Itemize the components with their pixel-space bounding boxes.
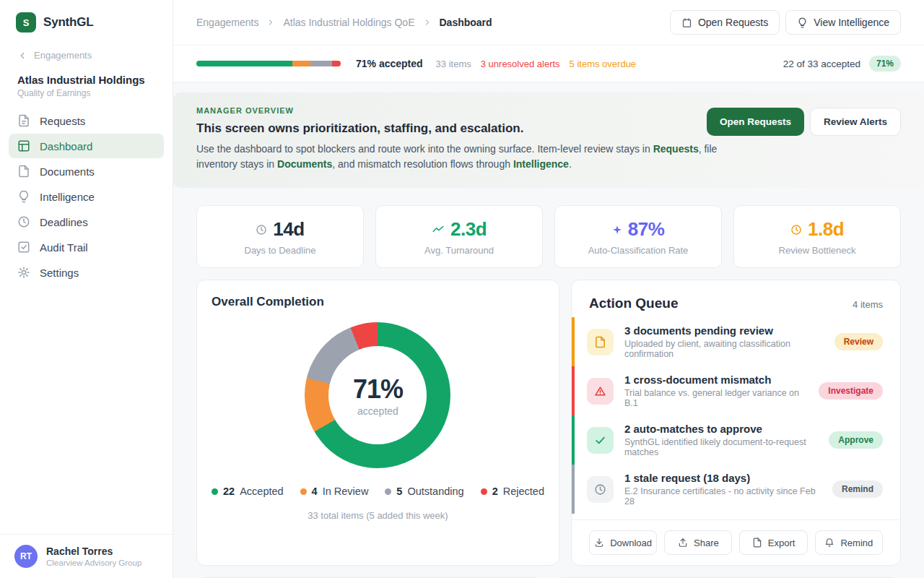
intelligence-link[interactable]: Intelligence [513,158,569,170]
status-accepted-label: 71% accepted [356,58,423,69]
requests-link[interactable]: Requests [653,143,699,155]
status-count-label: 22 of 33 accepted [783,59,860,69]
queue-item-title: 1 stale request (18 days) [624,472,821,484]
action-queue-rows: 3 documents pending review Uploaded by c… [572,317,900,514]
kpi-label: Avg. Turnaround [383,245,535,256]
chevron-right-icon [423,18,432,27]
engagement-subtitle: Quality of Earnings [17,88,158,98]
top-header: Engagements Atlas Industrial Holdings Qo… [173,0,924,46]
status-badge[interactable]: Review [834,333,883,350]
file-icon [587,329,614,355]
sidebar-item-label: Intelligence [40,191,95,203]
sidebar-item-dashboard[interactable]: Dashboard [9,134,164,158]
legend-label: Rejected [503,486,544,497]
banner-open-requests-button[interactable]: Open Requests [707,108,804,136]
sidebar-item-audit-trail[interactable]: Audit Trail [9,235,164,259]
completion-donut: 71% accepted [305,322,450,468]
row-accent [572,465,575,514]
legend-dot [385,488,391,495]
breadcrumb-engagements[interactable]: Engagements [196,17,258,28]
back-label: Engagements [34,50,92,61]
sparkle-icon [612,225,622,235]
engagement-header: Atlas Industrial Holdings Quality of Ear… [0,61,173,101]
sidebar-item-label: Dashboard [40,140,92,152]
queue-item-subtitle: SynthGL identified likely document-to-re… [624,437,818,457]
share-button[interactable]: Share [664,530,732,555]
queue-row-pending-review[interactable]: 3 documents pending review Uploaded by c… [572,317,900,366]
status-bar: 71% accepted 33 items 3 unresolved alert… [173,46,924,82]
legend-dot [212,488,218,495]
kpi-value: 87% [628,218,665,241]
documents-link[interactable]: Documents [277,158,332,170]
queue-row-mismatch[interactable]: 1 cross-document mismatch Trial balance … [572,366,900,415]
chevron-left-icon [17,51,27,61]
manager-overview-banner: MANAGER OVERVIEW This screen owns priori… [173,92,924,188]
kpi-value: 14d [273,218,304,241]
queue-item-title: 1 cross-document mismatch [624,374,808,386]
open-requests-button[interactable]: Open Requests [670,10,780,35]
sidebar-item-settings[interactable]: Settings [9,260,164,285]
status-alerts-label[interactable]: 3 unresolved alerts [481,59,560,69]
breadcrumb-engagement-name[interactable]: Atlas Industrial Holdings QoE [283,17,414,28]
export-button[interactable]: Export [739,530,807,555]
legend-label: Accepted [240,486,283,497]
banner-review-alerts-button[interactable]: Review Alerts [810,108,901,136]
trend-up-icon [432,223,445,236]
sidebar-item-intelligence[interactable]: Intelligence [9,184,164,209]
sidebar: S SynthGL Engagements Atlas Industrial H… [0,0,173,578]
sidebar-item-label: Audit Trail [40,241,88,254]
queue-item-subtitle: E.2 Insurance certificates - no activity… [624,486,821,506]
clock-icon [587,476,614,503]
share-icon [678,538,688,548]
action-queue-title: Action Queue [589,296,679,311]
clipboard-icon [681,17,692,28]
legend-value: 5 [396,486,402,497]
user-profile[interactable]: RT Rachel Torres Clearview Advisory Grou… [0,534,173,578]
avatar: RT [14,545,38,568]
sidebar-item-deadlines[interactable]: Deadlines [9,210,164,234]
row-accent [572,317,575,366]
completion-legend: 22 Accepted 4 In Review 5 Outstanding [212,486,544,497]
kpi-value: 2.3d [450,218,487,241]
charts-row: Overall Completion 71% accepted 22 Accep… [196,280,901,566]
kpi-value: 1.8d [808,218,844,241]
clock-icon [790,224,802,236]
kpi-days-to-deadline: 14d Days to Deadline [196,205,364,268]
kpi-row: 14d Days to Deadline 2.3d Avg. Turnaroun… [196,205,901,268]
status-badge[interactable]: Investigate [819,382,883,400]
download-button[interactable]: Download [589,530,657,555]
view-intelligence-button[interactable]: View Intelligence [785,10,901,35]
file-text-icon [17,114,30,127]
queue-row-auto-matches[interactable]: 2 auto-matches to approve SynthGL identi… [572,415,900,465]
button-label: Download [610,538,652,548]
status-badge[interactable]: Approve [829,431,883,449]
app-logo-badge: S [16,12,36,33]
queue-row-stale-request[interactable]: 1 stale request (18 days) E.2 Insurance … [572,465,900,514]
queue-item-subtitle: Trial balance vs. general ledger varianc… [624,388,808,408]
clock-icon [256,224,267,236]
clock-icon [17,215,30,228]
kpi-auto-classification: 87% Auto-Classification Rate [554,205,722,268]
kpi-avg-turnaround: 2.3d Avg. Turnaround [375,205,543,268]
status-badge[interactable]: Remind [832,480,883,498]
button-label: View Intelligence [814,17,889,28]
legend-item-accepted: 22 Accepted [212,486,284,497]
completion-title: Overall Completion [212,295,544,309]
overall-completion-card: Overall Completion 71% accepted 22 Accep… [196,280,559,566]
sidebar-item-documents[interactable]: Documents [9,159,164,184]
completion-footer: 33 total items (5 added this week) [212,510,544,521]
breadcrumb-current: Dashboard [440,17,492,28]
legend-dot [300,488,307,495]
engagement-name: Atlas Industrial Holdings [17,74,158,86]
back-to-engagements-link[interactable]: Engagements [0,33,173,61]
button-label: Open Requests [698,17,768,28]
sidebar-item-requests[interactable]: Requests [9,108,164,133]
banner-body: Use the dashboard to spot blockers and r… [196,142,734,172]
row-accent [572,366,575,415]
legend-value: 22 [223,486,235,497]
header-actions: Open Requests View Intelligence [670,10,901,35]
file-icon [17,165,30,178]
kpi-review-bottleneck: 1.8d Review Bottleneck [733,205,901,268]
remind-button[interactable]: Remind [815,530,883,555]
status-overdue-label[interactable]: 5 items overdue [570,59,637,69]
